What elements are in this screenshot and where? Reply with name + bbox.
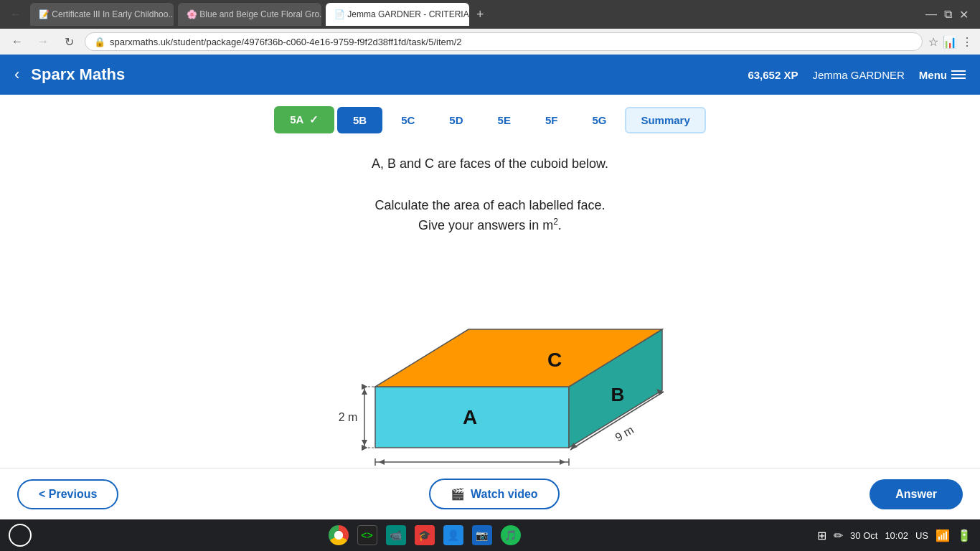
svg-marker-10 [362, 389, 367, 395]
menu-button[interactable]: Menu [919, 69, 966, 81]
cuboid-diagram: A B C 2 m 8 m 9 m [289, 258, 691, 487]
contacts-icon[interactable]: 👤 [443, 525, 463, 545]
browser-tab-1[interactable]: 📝 Certificate III In Early Childhoo... ✕ [30, 3, 174, 26]
reload-btn[interactable]: ↻ [59, 32, 79, 52]
xp-display: 63,652 XP [748, 69, 798, 81]
circle-launcher-btn[interactable] [9, 524, 32, 547]
question-line2: Calculate the area of each labelled face… [372, 195, 608, 216]
bookmark-icon[interactable]: ☆ [928, 35, 938, 49]
watch-video-label: Watch video [471, 488, 538, 501]
browser-tabs-bar: ← 📝 Certificate III In Early Childhoo...… [0, 0, 980, 29]
tab-5b[interactable]: 5B [337, 107, 382, 133]
svg-text:9 m: 9 m [613, 423, 636, 443]
tab-5e[interactable]: 5E [482, 107, 527, 133]
date-display: 30 Oct [850, 530, 877, 541]
question-text: A, B and C are faces of the cuboid below… [372, 154, 608, 236]
url-text: sparxmaths.uk/student/package/4976f36b-c… [110, 37, 461, 47]
taskbar: <> 📹 🎓 👤 📷 🎵 ⊞ ✏ 30 Oct 10:02 US 📶 🔋 [0, 519, 980, 551]
address-bar[interactable]: 🔒 sparxmaths.uk/student/package/4976f36b… [85, 32, 923, 51]
tab-5f[interactable]: 5F [529, 107, 574, 133]
taskbar-center: <> 📹 🎓 👤 📷 🎵 [329, 525, 521, 545]
svg-text:C: C [547, 349, 562, 371]
svg-marker-11 [362, 440, 367, 446]
watch-video-button[interactable]: 🎬 Watch video [429, 479, 560, 509]
header-right: 63,652 XP Jemma GARDNER Menu [748, 69, 966, 81]
browser-action-icons: ☆ 📊 ⋮ [928, 35, 973, 49]
nav-back-btn[interactable]: ← [7, 32, 27, 52]
tab-5c[interactable]: 5C [385, 107, 430, 133]
camera-icon[interactable]: 📷 [472, 525, 492, 545]
app-title: Sparx Maths [31, 65, 748, 84]
svg-marker-15 [379, 459, 385, 465]
username-display: Jemma GARDNER [812, 69, 904, 81]
tab-5d[interactable]: 5D [433, 107, 479, 133]
browser-back-btn[interactable]: ← [6, 4, 26, 24]
chrome-icon[interactable] [329, 525, 349, 545]
question-line3: Give your answers in m2. [372, 215, 608, 236]
main-content: A, B and C are faces of the cuboid below… [0, 139, 980, 518]
svg-text:B: B [611, 384, 625, 405]
tab-summary[interactable]: Summary [625, 107, 705, 133]
svg-text:2 m: 2 m [339, 411, 358, 423]
time-display: 10:02 [885, 530, 908, 541]
meet-icon[interactable]: 📹 [386, 525, 406, 545]
tabs-row: 5A ✓ 5B 5C 5D 5E 5F 5G Summary [0, 95, 980, 139]
browser-tab-2[interactable]: 🌸 Blue and Beige Cute Floral Gro... ✕ [178, 3, 321, 26]
tab-5g[interactable]: 5G [576, 107, 622, 133]
answer-button[interactable]: Answer [870, 479, 963, 509]
extension-icon-1[interactable]: 📊 [943, 35, 957, 49]
maximize-btn[interactable]: ⧉ [944, 8, 952, 22]
browser-chrome: ← 📝 Certificate III In Early Childhoo...… [0, 0, 980, 55]
taskbar-right: ⊞ ✏ 30 Oct 10:02 US 📶 🔋 [817, 529, 971, 542]
minimize-btn[interactable]: — [925, 8, 937, 22]
taskbar-left [9, 524, 32, 547]
previous-label: < Previous [39, 488, 97, 501]
spotify-icon[interactable]: 🎵 [501, 525, 521, 545]
taskbar-icon-display[interactable]: ⊞ [817, 529, 826, 542]
nav-forward-btn[interactable]: → [33, 32, 53, 52]
battery-icon: 🔋 [957, 529, 971, 542]
answer-label: Answer [895, 488, 937, 500]
bottom-action-bar: < Previous 🎬 Watch video Answer [0, 468, 980, 519]
taskbar-pencil-icon[interactable]: ✏ [834, 529, 843, 542]
tab-5a[interactable]: 5A ✓ [274, 106, 334, 133]
previous-button[interactable]: < Previous [17, 479, 118, 509]
menu-label: Menu [919, 69, 947, 81]
back-arrow-btn[interactable]: ‹ [14, 65, 19, 84]
browser-tab-3[interactable]: 📄 Jemma GARDNER - CRITERIA... ✕ [326, 3, 469, 26]
video-icon: 🎬 [451, 487, 465, 501]
svg-text:A: A [463, 406, 477, 428]
wifi-icon: 📶 [936, 529, 950, 542]
extension-icon-2[interactable]: ⋮ [961, 35, 973, 49]
region-display: US [915, 530, 928, 541]
classroom-icon[interactable]: 🎓 [415, 525, 435, 545]
question-line1: A, B and C are faces of the cuboid below… [372, 154, 608, 174]
browser-address-bar-row: ← → ↻ 🔒 sparxmaths.uk/student/package/49… [0, 29, 980, 55]
close-btn[interactable]: ✕ [959, 8, 969, 22]
new-tab-btn[interactable]: + [476, 7, 484, 22]
diagram-area: A B C 2 m 8 m 9 m [289, 258, 691, 504]
terminal-icon[interactable]: <> [357, 525, 377, 545]
app-header: ‹ Sparx Maths 63,652 XP Jemma GARDNER Me… [0, 55, 980, 95]
hamburger-icon [951, 70, 966, 79]
svg-marker-16 [560, 459, 565, 465]
check-icon: ✓ [309, 113, 319, 126]
